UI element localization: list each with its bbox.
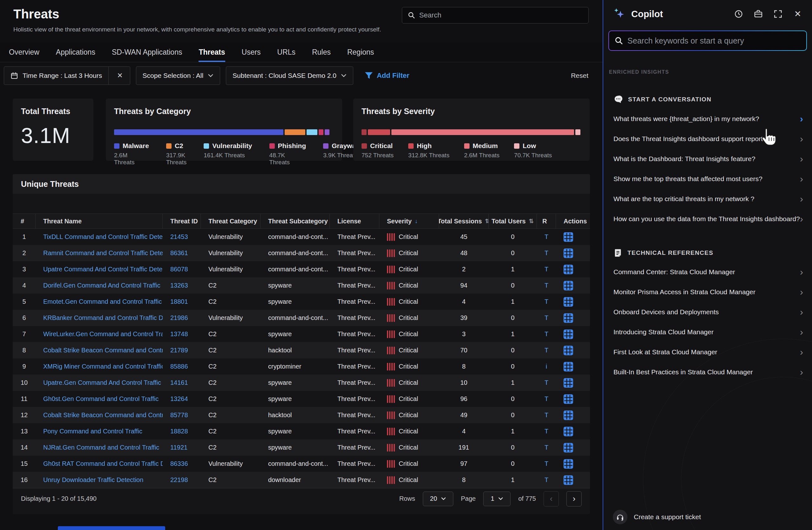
- copilot-search-input[interactable]: [627, 36, 800, 45]
- actions-cell[interactable]: [556, 475, 590, 485]
- threat-id-link[interactable]: 22198: [170, 476, 188, 484]
- threat-id-link[interactable]: 86078: [170, 266, 188, 273]
- rule-link[interactable]: T: [545, 460, 548, 468]
- grid-table-icon[interactable]: [564, 232, 573, 242]
- actions-cell[interactable]: [556, 443, 590, 453]
- grid-table-icon[interactable]: [564, 459, 573, 469]
- remove-filter-icon[interactable]: ✕: [113, 71, 123, 80]
- grid-table-icon[interactable]: [564, 362, 573, 371]
- threat-name-link[interactable]: Cobalt Strike Beacon Command and Contro: [43, 412, 163, 419]
- rule-link[interactable]: T: [545, 347, 548, 354]
- page-select[interactable]: 1: [483, 491, 510, 506]
- column-header[interactable]: #: [13, 214, 35, 228]
- threat-name-link[interactable]: Gh0st RAT Command and Control Traffic D: [43, 460, 163, 468]
- threat-name-link[interactable]: Upatre.Gen Command And Control Traffic: [43, 379, 161, 386]
- table-row[interactable]: 4 Dorifel.Gen Command And Control Traffi…: [13, 277, 590, 293]
- tab[interactable]: Applications: [56, 43, 95, 62]
- actions-cell[interactable]: [556, 265, 590, 274]
- filter-subtenant[interactable]: Subtenant : Cloud SASE Demo 2.0: [226, 67, 353, 85]
- close-icon[interactable]: ✕: [793, 9, 802, 19]
- tab[interactable]: Overview: [9, 43, 39, 62]
- threat-id-link[interactable]: 18801: [170, 298, 188, 305]
- column-header[interactable]: Threat Category ⇅: [201, 214, 261, 228]
- threat-name-link[interactable]: Unruy Downloader Traffic Detection: [43, 476, 143, 484]
- actions-cell[interactable]: [556, 346, 590, 355]
- column-header[interactable]: Threat Subcategory ⇅: [261, 214, 330, 228]
- briefcase-icon[interactable]: [754, 9, 763, 19]
- threat-name-link[interactable]: Dorifel.Gen Command And Control Traffic: [43, 282, 160, 289]
- filter-time-range[interactable]: Time Range : Last 3 Hours ✕: [4, 67, 130, 85]
- add-filter-button[interactable]: Add Filter: [365, 71, 409, 80]
- actions-cell[interactable]: [556, 232, 590, 242]
- sort-icon[interactable]: ↓: [415, 218, 418, 225]
- threat-id-link[interactable]: 85778: [170, 412, 188, 419]
- actions-cell[interactable]: [556, 427, 590, 436]
- history-icon[interactable]: [734, 9, 743, 19]
- table-row[interactable]: 5 Emotet.Gen Command and Control Traffic…: [13, 293, 590, 310]
- column-header[interactable]: Actions: [556, 214, 590, 228]
- actions-cell[interactable]: [556, 248, 590, 258]
- grid-table-icon[interactable]: [564, 265, 573, 274]
- rule-link[interactable]: T: [545, 412, 548, 419]
- rule-link[interactable]: T: [545, 428, 548, 435]
- table-row[interactable]: 13 Pony Command and Control Traffic 1882…: [13, 423, 590, 440]
- threat-name-link[interactable]: Pony Command and Control Traffic: [43, 428, 142, 435]
- threat-name-link[interactable]: Gh0st.Gen Command and Control Traffic: [43, 395, 159, 403]
- table-row[interactable]: 14 NJRat.Gen Command and Control Traffic…: [13, 440, 590, 456]
- threat-id-link[interactable]: 21453: [170, 233, 188, 241]
- rule-link[interactable]: T: [545, 266, 548, 273]
- reset-button[interactable]: Reset: [571, 72, 588, 80]
- threat-name-link[interactable]: Ramnit Command and Control Traffic Detec: [43, 249, 163, 257]
- table-row[interactable]: 9 XMRig Miner Command and Control Traffi…: [13, 358, 590, 375]
- actions-cell[interactable]: [556, 378, 590, 388]
- threat-name-link[interactable]: KRBanker Command and Control Traffic De: [43, 314, 163, 321]
- column-header[interactable]: Threat ID: [163, 214, 201, 228]
- threat-name-link[interactable]: TixDLL Command and Control Traffic Detec: [43, 233, 163, 241]
- rule-link[interactable]: T: [545, 249, 548, 257]
- conversation-item[interactable]: What is the Dashboard: Threat Insights f…: [603, 149, 812, 169]
- threat-id-link[interactable]: 13263: [170, 282, 188, 289]
- global-search[interactable]: [402, 7, 589, 24]
- tab[interactable]: Users: [242, 43, 261, 62]
- table-row[interactable]: 15 Gh0st RAT Command and Control Traffic…: [13, 456, 590, 472]
- reference-item[interactable]: Onboard Devices and Deployments ›: [603, 302, 812, 322]
- threat-name-link[interactable]: Cobalt Strike Beacon Command and Contro: [43, 347, 163, 354]
- conversation-item[interactable]: Show me the top threats that affected mo…: [603, 169, 812, 189]
- column-header[interactable]: License: [330, 214, 379, 228]
- threat-name-link[interactable]: WireLurker.Gen Command and Control Traf: [43, 330, 163, 338]
- threat-name-link[interactable]: Emotet.Gen Command and Control Traffic: [43, 298, 162, 305]
- next-page-button[interactable]: ›: [566, 491, 582, 506]
- rule-link[interactable]: T: [545, 395, 548, 403]
- table-row[interactable]: 16 Unruy Downloader Traffic Detection 22…: [13, 472, 590, 488]
- table-row[interactable]: 1 TixDLL Command and Control Traffic Det…: [13, 229, 590, 245]
- threat-id-link[interactable]: 85886: [170, 363, 188, 370]
- rule-link[interactable]: T: [545, 314, 548, 321]
- previous-page-button[interactable]: ‹: [543, 491, 559, 506]
- threat-id-link[interactable]: 14161: [170, 379, 188, 386]
- table-row[interactable]: 12 Cobalt Strike Beacon Command and Cont…: [13, 407, 590, 423]
- rule-link[interactable]: T: [545, 298, 548, 305]
- global-search-input[interactable]: [419, 11, 583, 19]
- column-header[interactable]: R: [537, 214, 556, 228]
- rule-link[interactable]: T: [545, 282, 548, 289]
- grid-table-icon[interactable]: [564, 443, 573, 453]
- sort-icon[interactable]: ⇅: [485, 218, 489, 225]
- grid-table-icon[interactable]: [564, 346, 573, 355]
- conversation-item[interactable]: What are the top critical threats in my …: [603, 189, 812, 209]
- threat-id-link[interactable]: 11921: [170, 444, 187, 451]
- column-header[interactable]: Threat Name: [35, 214, 163, 228]
- table-row[interactable]: 11 Gh0st.Gen Command and Control Traffic…: [13, 391, 590, 407]
- actions-cell[interactable]: [556, 297, 590, 306]
- expand-icon[interactable]: [773, 9, 783, 19]
- sort-icon[interactable]: ⇅: [529, 218, 534, 225]
- threat-id-link[interactable]: 18828: [170, 428, 188, 435]
- create-support-ticket[interactable]: Create a support ticket: [613, 510, 701, 524]
- grid-table-icon[interactable]: [564, 411, 573, 420]
- rule-link[interactable]: T: [545, 330, 548, 338]
- threat-id-link[interactable]: 86336: [170, 460, 188, 468]
- rule-link[interactable]: T: [545, 476, 548, 484]
- threat-name-link[interactable]: XMRig Miner Command and Control Traffic: [43, 363, 163, 370]
- reference-item[interactable]: Command Center: Strata Cloud Manager ›: [603, 262, 812, 282]
- threat-id-link[interactable]: 21986: [170, 314, 188, 321]
- rule-link[interactable]: T: [545, 444, 548, 451]
